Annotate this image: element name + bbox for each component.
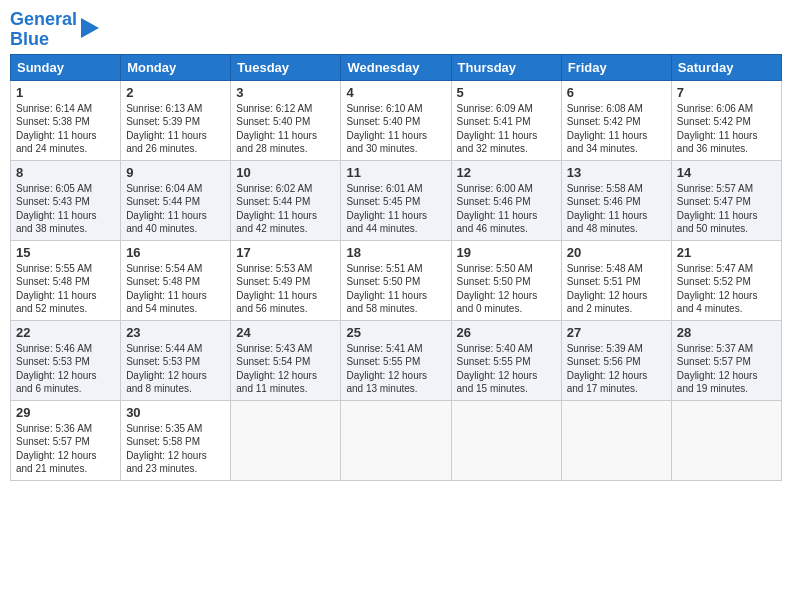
day-info: Sunrise: 6:05 AMSunset: 5:43 PMDaylight:…: [16, 182, 115, 236]
calendar-cell: 2 Sunrise: 6:13 AMSunset: 5:39 PMDayligh…: [121, 80, 231, 160]
calendar-body: 1 Sunrise: 6:14 AMSunset: 5:38 PMDayligh…: [11, 80, 782, 480]
day-number: 2: [126, 85, 225, 100]
day-number: 3: [236, 85, 335, 100]
calendar-cell: 13 Sunrise: 5:58 AMSunset: 5:46 PMDaylig…: [561, 160, 671, 240]
calendar-cell: 23 Sunrise: 5:44 AMSunset: 5:53 PMDaylig…: [121, 320, 231, 400]
day-info: Sunrise: 6:00 AMSunset: 5:46 PMDaylight:…: [457, 182, 556, 236]
page-header: General Blue: [10, 10, 782, 50]
calendar-cell: [561, 400, 671, 480]
calendar-cell: 18 Sunrise: 5:51 AMSunset: 5:50 PMDaylig…: [341, 240, 451, 320]
calendar-cell: 16 Sunrise: 5:54 AMSunset: 5:48 PMDaylig…: [121, 240, 231, 320]
day-number: 6: [567, 85, 666, 100]
day-info: Sunrise: 6:14 AMSunset: 5:38 PMDaylight:…: [16, 102, 115, 156]
day-number: 9: [126, 165, 225, 180]
day-number: 29: [16, 405, 115, 420]
day-info: Sunrise: 5:57 AMSunset: 5:47 PMDaylight:…: [677, 182, 776, 236]
calendar-week-5: 29 Sunrise: 5:36 AMSunset: 5:57 PMDaylig…: [11, 400, 782, 480]
header-cell-friday: Friday: [561, 54, 671, 80]
day-info: Sunrise: 5:35 AMSunset: 5:58 PMDaylight:…: [126, 422, 225, 476]
day-info: Sunrise: 6:04 AMSunset: 5:44 PMDaylight:…: [126, 182, 225, 236]
header-cell-saturday: Saturday: [671, 54, 781, 80]
day-number: 5: [457, 85, 556, 100]
logo-arrow-icon: [81, 18, 99, 38]
header-cell-sunday: Sunday: [11, 54, 121, 80]
day-number: 21: [677, 245, 776, 260]
day-number: 15: [16, 245, 115, 260]
calendar-cell: 25 Sunrise: 5:41 AMSunset: 5:55 PMDaylig…: [341, 320, 451, 400]
calendar-cell: [341, 400, 451, 480]
calendar-cell: 3 Sunrise: 6:12 AMSunset: 5:40 PMDayligh…: [231, 80, 341, 160]
day-info: Sunrise: 6:10 AMSunset: 5:40 PMDaylight:…: [346, 102, 445, 156]
calendar-cell: 28 Sunrise: 5:37 AMSunset: 5:57 PMDaylig…: [671, 320, 781, 400]
calendar-cell: 15 Sunrise: 5:55 AMSunset: 5:48 PMDaylig…: [11, 240, 121, 320]
calendar-cell: [671, 400, 781, 480]
day-number: 11: [346, 165, 445, 180]
day-number: 4: [346, 85, 445, 100]
day-info: Sunrise: 5:55 AMSunset: 5:48 PMDaylight:…: [16, 262, 115, 316]
day-info: Sunrise: 5:51 AMSunset: 5:50 PMDaylight:…: [346, 262, 445, 316]
day-number: 19: [457, 245, 556, 260]
calendar-cell: [451, 400, 561, 480]
calendar-cell: 12 Sunrise: 6:00 AMSunset: 5:46 PMDaylig…: [451, 160, 561, 240]
day-info: Sunrise: 5:39 AMSunset: 5:56 PMDaylight:…: [567, 342, 666, 396]
day-number: 27: [567, 325, 666, 340]
day-number: 30: [126, 405, 225, 420]
day-number: 26: [457, 325, 556, 340]
day-info: Sunrise: 6:12 AMSunset: 5:40 PMDaylight:…: [236, 102, 335, 156]
logo-text: General Blue: [10, 10, 77, 50]
day-info: Sunrise: 5:37 AMSunset: 5:57 PMDaylight:…: [677, 342, 776, 396]
calendar-cell: 20 Sunrise: 5:48 AMSunset: 5:51 PMDaylig…: [561, 240, 671, 320]
day-info: Sunrise: 5:50 AMSunset: 5:50 PMDaylight:…: [457, 262, 556, 316]
header-cell-tuesday: Tuesday: [231, 54, 341, 80]
calendar-cell: 14 Sunrise: 5:57 AMSunset: 5:47 PMDaylig…: [671, 160, 781, 240]
calendar-cell: 6 Sunrise: 6:08 AMSunset: 5:42 PMDayligh…: [561, 80, 671, 160]
calendar-cell: 27 Sunrise: 5:39 AMSunset: 5:56 PMDaylig…: [561, 320, 671, 400]
calendar-cell: [231, 400, 341, 480]
header-cell-thursday: Thursday: [451, 54, 561, 80]
header-row: SundayMondayTuesdayWednesdayThursdayFrid…: [11, 54, 782, 80]
calendar-cell: 24 Sunrise: 5:43 AMSunset: 5:54 PMDaylig…: [231, 320, 341, 400]
day-number: 17: [236, 245, 335, 260]
calendar-cell: 29 Sunrise: 5:36 AMSunset: 5:57 PMDaylig…: [11, 400, 121, 480]
day-number: 13: [567, 165, 666, 180]
day-number: 10: [236, 165, 335, 180]
day-info: Sunrise: 5:47 AMSunset: 5:52 PMDaylight:…: [677, 262, 776, 316]
day-info: Sunrise: 5:54 AMSunset: 5:48 PMDaylight:…: [126, 262, 225, 316]
calendar-week-1: 1 Sunrise: 6:14 AMSunset: 5:38 PMDayligh…: [11, 80, 782, 160]
calendar-cell: 8 Sunrise: 6:05 AMSunset: 5:43 PMDayligh…: [11, 160, 121, 240]
header-cell-wednesday: Wednesday: [341, 54, 451, 80]
day-number: 12: [457, 165, 556, 180]
day-info: Sunrise: 5:46 AMSunset: 5:53 PMDaylight:…: [16, 342, 115, 396]
logo: General Blue: [10, 10, 99, 50]
day-info: Sunrise: 6:09 AMSunset: 5:41 PMDaylight:…: [457, 102, 556, 156]
calendar-cell: 7 Sunrise: 6:06 AMSunset: 5:42 PMDayligh…: [671, 80, 781, 160]
calendar-week-2: 8 Sunrise: 6:05 AMSunset: 5:43 PMDayligh…: [11, 160, 782, 240]
day-number: 28: [677, 325, 776, 340]
day-info: Sunrise: 6:13 AMSunset: 5:39 PMDaylight:…: [126, 102, 225, 156]
day-number: 7: [677, 85, 776, 100]
calendar-cell: 1 Sunrise: 6:14 AMSunset: 5:38 PMDayligh…: [11, 80, 121, 160]
day-info: Sunrise: 6:01 AMSunset: 5:45 PMDaylight:…: [346, 182, 445, 236]
day-info: Sunrise: 5:58 AMSunset: 5:46 PMDaylight:…: [567, 182, 666, 236]
day-number: 1: [16, 85, 115, 100]
calendar-cell: 11 Sunrise: 6:01 AMSunset: 5:45 PMDaylig…: [341, 160, 451, 240]
logo-blue: Blue: [10, 29, 49, 49]
day-number: 16: [126, 245, 225, 260]
day-number: 23: [126, 325, 225, 340]
day-info: Sunrise: 6:02 AMSunset: 5:44 PMDaylight:…: [236, 182, 335, 236]
header-cell-monday: Monday: [121, 54, 231, 80]
day-info: Sunrise: 5:40 AMSunset: 5:55 PMDaylight:…: [457, 342, 556, 396]
logo-general: General: [10, 9, 77, 29]
day-number: 20: [567, 245, 666, 260]
day-number: 18: [346, 245, 445, 260]
calendar-cell: 17 Sunrise: 5:53 AMSunset: 5:49 PMDaylig…: [231, 240, 341, 320]
calendar-cell: 30 Sunrise: 5:35 AMSunset: 5:58 PMDaylig…: [121, 400, 231, 480]
day-number: 25: [346, 325, 445, 340]
calendar-header: SundayMondayTuesdayWednesdayThursdayFrid…: [11, 54, 782, 80]
calendar-cell: 21 Sunrise: 5:47 AMSunset: 5:52 PMDaylig…: [671, 240, 781, 320]
calendar-week-3: 15 Sunrise: 5:55 AMSunset: 5:48 PMDaylig…: [11, 240, 782, 320]
day-info: Sunrise: 6:08 AMSunset: 5:42 PMDaylight:…: [567, 102, 666, 156]
day-number: 24: [236, 325, 335, 340]
calendar-table: SundayMondayTuesdayWednesdayThursdayFrid…: [10, 54, 782, 481]
calendar-cell: 10 Sunrise: 6:02 AMSunset: 5:44 PMDaylig…: [231, 160, 341, 240]
